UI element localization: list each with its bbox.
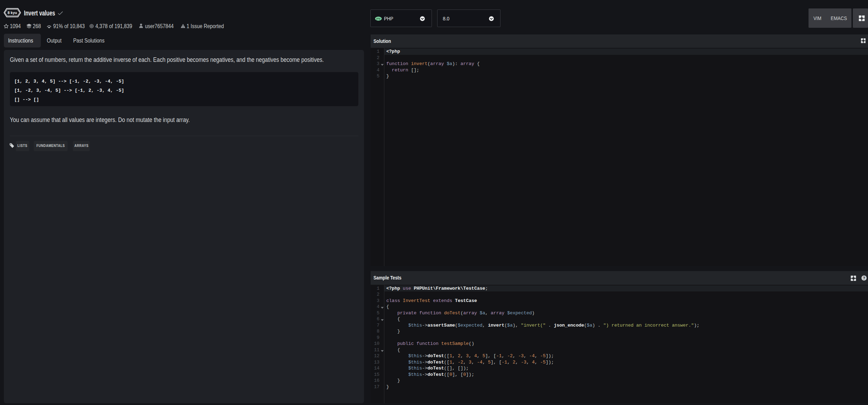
svg-text:8 kyu: 8 kyu — [8, 11, 17, 15]
svg-text:?: ? — [863, 276, 866, 280]
svg-text:php: php — [376, 17, 380, 20]
